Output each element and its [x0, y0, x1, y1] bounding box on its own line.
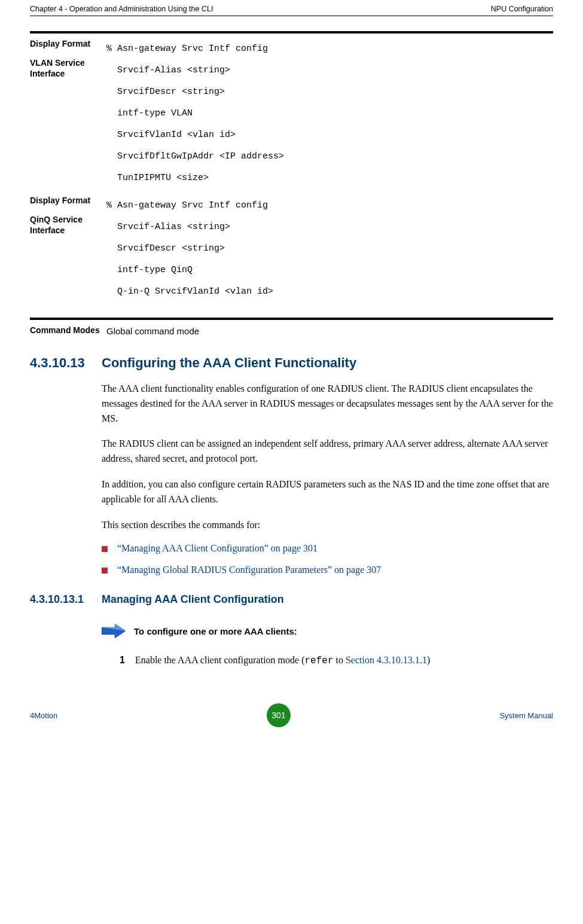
- section-number: 4.3.10.13: [30, 355, 102, 371]
- procedure-header: To configure one or more AAA clients:: [102, 624, 553, 638]
- page-number: 301: [271, 710, 285, 720]
- display-format-vlan-label: Display Format VLAN Service Interface: [30, 38, 106, 189]
- step-text-pre: Enable the AAA client configuration mode…: [135, 655, 304, 665]
- footer-right: System Manual: [499, 711, 553, 720]
- bullet-list: “Managing AAA Client Configuration” on p…: [102, 543, 553, 575]
- paragraph: This section describes the commands for:: [102, 518, 553, 533]
- subsection-number: 4.3.10.13.1: [30, 593, 102, 606]
- inline-code: refer: [304, 655, 333, 666]
- label-display-format: Display Format: [30, 38, 102, 49]
- code-line: % Asn-gateway Srvc Intf config: [106, 200, 268, 211]
- header-right: NPU Configuration: [491, 5, 553, 13]
- step-text-post: ): [427, 655, 430, 665]
- step-text-mid: to: [334, 655, 346, 665]
- step-item: 1 Enable the AAA client configuration mo…: [120, 653, 553, 669]
- code-line: % Asn-gateway Srvc Intf config: [106, 44, 268, 54]
- header-left: Chapter 4 - Operation and Administration…: [30, 5, 213, 13]
- xref-link[interactable]: “Managing AAA Client Configuration” on p…: [117, 543, 318, 554]
- label-display-format: Display Format: [30, 195, 102, 206]
- arrow-icon: [102, 624, 126, 638]
- code-line: SrvcifDfltGwIpAddr <IP address>: [106, 151, 284, 161]
- code-line: SrvcifVlanId <vlan id>: [106, 130, 236, 140]
- xref-link[interactable]: Section 4.3.10.13.1.1: [346, 655, 427, 665]
- label-vlan-service-interface: VLAN Service Interface: [30, 57, 102, 79]
- code-line: Srvcif-Alias <string>: [106, 65, 230, 75]
- bullet-icon: [102, 546, 108, 552]
- bullet-icon: [102, 568, 108, 574]
- code-line: SrvcifDescr <string>: [106, 243, 225, 254]
- page-footer: 4Motion 301 System Manual: [0, 703, 583, 739]
- code-line: intf-type QinQ: [106, 265, 193, 275]
- display-format-qinq-block: Display Format QinQ Service Interface % …: [30, 195, 553, 303]
- step-text: Enable the AAA client configuration mode…: [135, 653, 430, 669]
- subsection-heading: 4.3.10.13.1 Managing AAA Client Configur…: [30, 593, 553, 606]
- page-header: Chapter 4 - Operation and Administration…: [30, 0, 553, 16]
- code-line: intf-type VLAN: [106, 108, 193, 118]
- page-number-badge: 301: [267, 703, 291, 727]
- footer-left: 4Motion: [30, 711, 57, 720]
- display-format-qinq-label: Display Format QinQ Service Interface: [30, 195, 106, 303]
- xref-link[interactable]: “Managing Global RADIUS Configuration Pa…: [117, 565, 381, 575]
- procedure-title: To configure one or more AAA clients:: [134, 626, 297, 636]
- command-modes-label: Command Modes: [30, 325, 106, 337]
- command-modes-value: Global command mode: [106, 325, 553, 337]
- section-heading: 4.3.10.13 Configuring the AAA Client Fun…: [30, 355, 553, 371]
- label-qinq-service-interface: QinQ Service Interface: [30, 214, 102, 236]
- paragraph: The AAA client functionality enables con…: [102, 382, 553, 426]
- paragraph: In addition, you can also configure cert…: [102, 477, 553, 507]
- display-format-vlan-content: % Asn-gateway Srvc Intf config Srvcif-Al…: [106, 38, 553, 189]
- code-line: TunIPIPMTU <size>: [106, 173, 209, 183]
- svg-marker-0: [102, 624, 126, 638]
- code-line: Srvcif-Alias <string>: [106, 222, 230, 232]
- paragraph: The RADIUS client can be assigned an ind…: [102, 437, 553, 466]
- display-format-qinq-content: % Asn-gateway Srvc Intf config Srvcif-Al…: [106, 195, 553, 303]
- command-modes-block: Command Modes Global command mode: [30, 318, 553, 337]
- section-title: Configuring the AAA Client Functionality: [102, 355, 356, 371]
- step-number: 1: [120, 653, 135, 669]
- display-format-vlan-block: Display Format VLAN Service Interface % …: [30, 31, 553, 189]
- subsection-title: Managing AAA Client Configuration: [102, 593, 284, 606]
- list-item: “Managing AAA Client Configuration” on p…: [102, 543, 553, 554]
- list-item: “Managing Global RADIUS Configuration Pa…: [102, 565, 553, 575]
- code-line: SrvcifDescr <string>: [106, 87, 225, 97]
- code-line: Q-in-Q SrvcifVlanId <vlan id>: [106, 286, 273, 297]
- page-content: Chapter 4 - Operation and Administration…: [0, 0, 583, 703]
